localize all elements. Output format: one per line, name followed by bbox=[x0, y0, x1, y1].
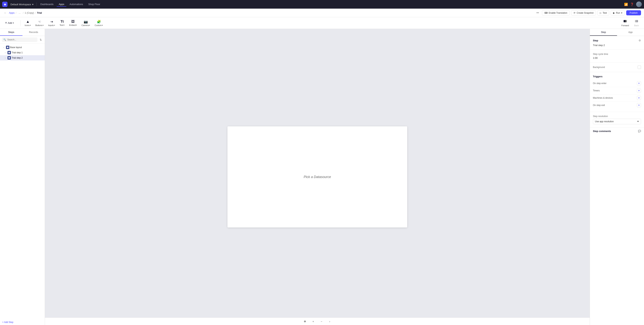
canvas-zoom-in-button[interactable]: › bbox=[327, 319, 332, 324]
chevron-trial-step-1: › bbox=[4, 51, 7, 54]
avatar[interactable] bbox=[636, 2, 642, 7]
step-comments-label: Step comments bbox=[593, 130, 611, 132]
run-icon: ▶ bbox=[613, 12, 615, 14]
breadcrumb-sep-2: / bbox=[23, 12, 24, 14]
triggers-header: Triggers bbox=[593, 75, 641, 78]
settings-icon[interactable]: ⚙ bbox=[638, 39, 641, 42]
tree-item-trial-step-1[interactable]: › Trial step 1 bbox=[0, 50, 45, 55]
right-panel: Step App Step ⚙ Trial step 2 Step cycle … bbox=[590, 29, 644, 325]
forward-label: Forward bbox=[621, 24, 629, 26]
create-snapshot-button[interactable]: ⟳ Create Snapshot bbox=[571, 10, 596, 16]
top-navigation: ◆ Default Workspace ▾ Dashboards Apps Au… bbox=[0, 0, 644, 8]
help-icon[interactable]: ❓ bbox=[630, 2, 634, 6]
tree-label-trial-step-2: Trial step 2 bbox=[12, 56, 23, 59]
toolbar-custom[interactable]: 🧩 Custom ▾ bbox=[93, 19, 105, 27]
step-name-value: Trial step 2 bbox=[593, 44, 641, 46]
trigger-timers-add[interactable]: + bbox=[637, 88, 641, 93]
tree-item-base-layout[interactable]: › Base layout bbox=[0, 45, 45, 50]
svg-rect-6 bbox=[8, 57, 10, 58]
canvas-frame[interactable]: Pick a Datasource bbox=[228, 126, 407, 228]
background-checkbox[interactable] bbox=[638, 66, 641, 69]
workspace-selector[interactable]: Default Workspace ▾ bbox=[9, 2, 35, 6]
custom-label: Custom ▾ bbox=[94, 24, 103, 26]
search-row: 🔍 ⇅ bbox=[0, 36, 45, 44]
triggers-section: Triggers On step enter + Timers + Machin… bbox=[590, 72, 644, 112]
nav-item-shopfloor[interactable]: Shop Floor bbox=[86, 2, 102, 7]
enable-translation-button[interactable]: ⌨ Enable Translation bbox=[542, 10, 570, 16]
embed-icon: 🖼 bbox=[71, 20, 75, 24]
chevron-trial-step-2: › bbox=[4, 56, 7, 59]
more-options-button[interactable]: ••• bbox=[535, 11, 540, 15]
step-resolution-section: Step resolution Use app resolution Custo… bbox=[590, 112, 644, 128]
toolbar-inputs[interactable]: ⇥ Inputs ▾ bbox=[46, 19, 57, 27]
buttons-label: Buttons ▾ bbox=[36, 24, 44, 26]
toolbar-icons[interactable]: ▲ Icons ▾ bbox=[23, 19, 33, 27]
back-button[interactable]: Back bbox=[632, 18, 641, 27]
right-tab-step[interactable]: Step bbox=[590, 29, 617, 36]
nav-item-apps[interactable]: Apps bbox=[56, 2, 67, 7]
test-button[interactable]: ▷ Test bbox=[598, 10, 609, 16]
canvas-placeholder: Pick a Datasource bbox=[304, 175, 331, 179]
breadcrumb-copy[interactable]: 1 (Copy) bbox=[25, 12, 34, 14]
breadcrumb: Apps / ... / 1 (Copy) / Trial bbox=[9, 11, 42, 14]
breadcrumb-sep-1: / bbox=[16, 12, 16, 14]
step-resolution-select[interactable]: Use app resolution Custom bbox=[593, 119, 641, 124]
trigger-on-step-exit-add[interactable]: + bbox=[637, 103, 641, 107]
inputs-icon: ⇥ bbox=[50, 20, 53, 24]
custom-icon: 🧩 bbox=[97, 20, 101, 24]
nav-item-automations[interactable]: Automations bbox=[67, 2, 85, 7]
test-label: Test bbox=[603, 12, 607, 14]
signal-icon: 📶 bbox=[624, 2, 628, 6]
tree-label-base-layout: Base layout bbox=[10, 46, 22, 49]
sort-button[interactable]: ⇅ bbox=[38, 38, 43, 42]
svg-rect-3 bbox=[635, 20, 636, 22]
background-section: Background bbox=[590, 62, 644, 72]
nav-item-dashboards[interactable]: Dashboards bbox=[38, 2, 56, 7]
step-comments-row: Step comments 💬 bbox=[590, 128, 644, 135]
comment-icon[interactable]: 💬 bbox=[638, 130, 641, 132]
test-icon: ▷ bbox=[600, 12, 602, 14]
main-content: Steps Records 🔍 ⇅ › Base layout › bbox=[0, 29, 644, 325]
toolbar-embed[interactable]: 🖼 Embed ▾ bbox=[67, 19, 79, 27]
canvas-zoom-out-button[interactable]: − bbox=[319, 319, 324, 324]
toolbar-buttons[interactable]: ☜ Buttons ▾ bbox=[34, 19, 46, 27]
publish-button[interactable]: Publish bbox=[626, 10, 641, 15]
tab-steps[interactable]: Steps bbox=[0, 29, 22, 36]
breadcrumb-more-button[interactable]: ... bbox=[18, 11, 22, 14]
camera-icon: 📷 bbox=[84, 20, 88, 24]
canvas-area: Pick a Datasource ✥ + − › bbox=[45, 29, 590, 325]
back-label: Back bbox=[634, 24, 639, 26]
background-label: Background bbox=[593, 66, 605, 68]
add-step-button[interactable]: + Add Step bbox=[0, 320, 45, 325]
right-tab-app[interactable]: App bbox=[617, 29, 644, 36]
step-cycle-time-label: Step cycle time bbox=[593, 53, 641, 56]
tree-icon-trial-step-1 bbox=[8, 51, 11, 54]
breadcrumb-apps[interactable]: Apps bbox=[9, 12, 14, 14]
search-input[interactable] bbox=[7, 38, 36, 41]
canvas-move-button[interactable]: ✥ bbox=[302, 319, 308, 324]
trigger-on-step-exit: On step exit + bbox=[593, 102, 641, 109]
trigger-machines-add[interactable]: + bbox=[637, 96, 641, 100]
canvas-add-button[interactable]: + bbox=[310, 319, 316, 324]
trigger-on-step-enter: On step enter + bbox=[593, 80, 641, 87]
tree-item-trial-step-2[interactable]: › Trial step 2 bbox=[0, 55, 45, 60]
step-section-title: Step bbox=[593, 39, 598, 42]
breadcrumb-back-button[interactable]: ← bbox=[3, 11, 8, 15]
add-icon: + bbox=[5, 21, 7, 25]
camera-label: Camera ▾ bbox=[82, 24, 90, 26]
trigger-on-step-enter-add[interactable]: + bbox=[637, 81, 641, 85]
add-button[interactable]: + Add ▾ bbox=[3, 20, 16, 26]
panel-tabs: Steps Records bbox=[0, 29, 45, 36]
tab-records[interactable]: Records bbox=[22, 29, 45, 36]
forward-button[interactable]: Forward bbox=[619, 18, 631, 27]
toolbar-text[interactable]: Tt Text ▾ bbox=[58, 19, 66, 27]
run-button[interactable]: ▶ Run ▾ bbox=[611, 10, 625, 16]
back-icon bbox=[635, 19, 638, 24]
buttons-icon: ☜ bbox=[38, 20, 41, 24]
toolbar-camera[interactable]: 📷 Camera ▾ bbox=[80, 19, 92, 27]
trigger-machines-devices: Machines & devices + bbox=[593, 94, 641, 102]
tree-icon-trial-step-2 bbox=[8, 56, 11, 60]
snapshot-icon: ⟳ bbox=[574, 12, 576, 14]
tree-label-trial-step-1: Trial step 1 bbox=[12, 51, 23, 54]
canvas-bottom-bar: ✥ + − › bbox=[45, 318, 590, 325]
